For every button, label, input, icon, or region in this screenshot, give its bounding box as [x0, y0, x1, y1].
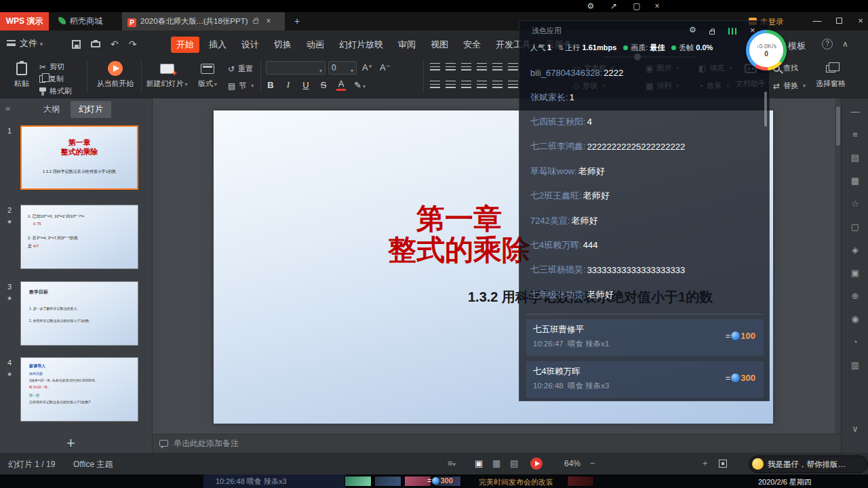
- app-logo[interactable]: WPS 演示: [0, 12, 49, 30]
- canvas-scrollbar[interactable]: [835, 98, 841, 434]
- tab-review[interactable]: 审阅: [393, 37, 421, 53]
- assistant-bubble[interactable]: 我是墨仔，帮你排版…: [749, 455, 868, 473]
- video-thumbnail[interactable]: [567, 476, 594, 487]
- tab-document[interactable]: P2020春北师大版...(共18张PPT)×: [122, 12, 285, 30]
- media-panel-icon[interactable]: ▣: [842, 268, 868, 278]
- copy-button[interactable]: 复制: [39, 74, 64, 84]
- design-panel-icon[interactable]: ◈: [842, 245, 868, 255]
- video-thumbnail[interactable]: [344, 476, 372, 487]
- history-panel-icon[interactable]: ◔: [842, 337, 868, 347]
- close-icon[interactable]: ×: [650, 1, 665, 12]
- slide-thumbnail-3[interactable]: 教学目标 1. 进一步了解科学记数法的意义。 2. 会用科学记数法表示绝对值小于…: [20, 281, 138, 346]
- file-menu-button[interactable]: 文件 ▾: [7, 37, 43, 49]
- line-spacing-icon[interactable]: [492, 63, 502, 70]
- fit-window-button[interactable]: [719, 460, 727, 470]
- add-panel-icon[interactable]: ⊕: [842, 291, 868, 301]
- align-center-icon[interactable]: [446, 81, 456, 88]
- help-icon[interactable]: ?: [822, 39, 833, 49]
- zoom-in-button[interactable]: +: [703, 458, 708, 468]
- new-slide-button[interactable]: 新建幻灯片▾: [145, 60, 189, 89]
- resize-handle-icon[interactable]: —: [842, 106, 868, 117]
- collapse-panel-icon[interactable]: «: [5, 103, 10, 113]
- grid-panel-icon[interactable]: ▦: [842, 176, 868, 186]
- justify-icon[interactable]: [477, 81, 487, 88]
- live-chat-overlay[interactable]: 浅色应用 ⚙ × 人气1 ⇅上行1.61mbps 画质:最佳 丢帧0.0% bi…: [519, 20, 770, 401]
- tab-outline[interactable]: 大纲: [35, 101, 68, 118]
- strikethrough-button[interactable]: S: [319, 80, 328, 90]
- frame-panel-icon[interactable]: ▢: [842, 222, 868, 232]
- tab-insert[interactable]: 插入: [203, 37, 232, 53]
- shrink-font-button[interactable]: A⁻: [380, 62, 391, 73]
- restore-window-button[interactable]: [829, 12, 849, 30]
- tab-animation[interactable]: 动画: [301, 37, 330, 53]
- font-family-select[interactable]: ▾: [266, 61, 326, 75]
- section-button[interactable]: ▤节▾: [228, 81, 254, 91]
- layout-button[interactable]: 版式▾: [191, 60, 224, 89]
- font-size-select[interactable]: 0▾: [328, 61, 357, 75]
- font-color-button[interactable]: A: [336, 79, 346, 91]
- print-icon[interactable]: [91, 41, 100, 47]
- new-tab-button[interactable]: +: [290, 15, 304, 28]
- format-painter-button[interactable]: 格式刷: [39, 86, 72, 96]
- reset-button[interactable]: ↺重置: [228, 64, 253, 74]
- video-thumbnail[interactable]: [374, 476, 401, 487]
- slide-sorter-button[interactable]: ▦: [492, 458, 500, 468]
- undo-icon[interactable]: ↶: [111, 39, 119, 49]
- save-icon[interactable]: [72, 40, 81, 49]
- slide-thumbnail-2[interactable]: 1. 已知10ᵐ=3, 10ⁿ=2 则10ᵐ⁻²ⁿ= 0.75 2. 若3ᵐ=4…: [20, 205, 138, 269]
- slideshow-play-button[interactable]: [530, 458, 542, 470]
- overlay-settings-icon[interactable]: ⚙: [689, 25, 696, 35]
- tab-store[interactable]: 稻壳商城: [49, 12, 102, 30]
- notes-bar[interactable]: 单击此处添加备注: [153, 434, 841, 453]
- theme-name[interactable]: Office 主题: [73, 459, 113, 470]
- reading-view-button[interactable]: ▤: [510, 458, 518, 468]
- columns-panel-icon[interactable]: ▥: [842, 360, 868, 370]
- maximize-icon[interactable]: ▢: [629, 1, 644, 12]
- text-direction-icon[interactable]: [508, 81, 518, 88]
- grow-font-button[interactable]: A⁺: [362, 62, 373, 73]
- gear-icon[interactable]: ⚙: [583, 1, 598, 12]
- tab-view[interactable]: 视图: [425, 37, 454, 53]
- chat-scrollbar[interactable]: [764, 92, 767, 127]
- tab-design[interactable]: 设计: [236, 37, 264, 53]
- add-slide-button[interactable]: +: [66, 434, 75, 452]
- align-right-icon[interactable]: [461, 81, 471, 88]
- zoom-out-button[interactable]: −: [590, 458, 595, 468]
- align-left-icon[interactable]: [430, 81, 440, 88]
- more-panel-icon[interactable]: ∨: [842, 424, 868, 434]
- bold-button[interactable]: B: [266, 80, 275, 90]
- italic-button[interactable]: I: [283, 79, 293, 90]
- notes-placeholder[interactable]: 单击此处添加备注: [174, 439, 239, 448]
- layout-panel-icon[interactable]: ▤: [842, 152, 868, 163]
- text-effects-button[interactable]: ✎▾: [354, 80, 366, 90]
- scrollbar-thumb[interactable]: [836, 106, 840, 146]
- selection-pane-button[interactable]: 选择窗格: [811, 60, 850, 89]
- chat-message-list[interactable]: bili_678043463282222 张斌家长1 七四班王秋阳4 七二班李鸿…: [530, 60, 760, 307]
- columns-icon[interactable]: [508, 63, 518, 70]
- replace-button[interactable]: ⇄替换▾: [773, 81, 806, 91]
- numbering-icon[interactable]: [446, 63, 456, 70]
- collapse-ribbon-icon[interactable]: ∧: [842, 39, 848, 49]
- notes-toggle-button[interactable]: ≡▾: [448, 458, 456, 468]
- tab-transitions[interactable]: 切换: [269, 37, 297, 53]
- popout-icon[interactable]: ↗: [606, 1, 621, 12]
- tab-home[interactable]: 开始: [171, 37, 199, 53]
- redo-icon[interactable]: ↷: [129, 39, 137, 49]
- play-from-current-button[interactable]: 从当前开始: [92, 60, 138, 89]
- distribute-icon[interactable]: [492, 81, 502, 88]
- properties-panel-icon[interactable]: ≡: [842, 129, 868, 140]
- paste-button[interactable]: 粘贴: [7, 60, 37, 89]
- normal-view-button[interactable]: ▣: [475, 458, 483, 468]
- cut-button[interactable]: ✂剪切: [39, 62, 64, 72]
- favorites-panel-icon[interactable]: ☆: [842, 199, 868, 209]
- close-tab-icon[interactable]: ×: [266, 16, 271, 26]
- minimize-window-button[interactable]: —: [807, 12, 827, 30]
- record-panel-icon[interactable]: ◉: [842, 314, 868, 324]
- tab-slides[interactable]: 幻灯片: [71, 101, 111, 118]
- outdent-icon[interactable]: [461, 63, 471, 70]
- tab-security[interactable]: 安全: [458, 37, 486, 53]
- close-window-button[interactable]: ×: [850, 12, 868, 30]
- tab-slideshow[interactable]: 幻灯片放映: [334, 37, 389, 53]
- overlay-lock-icon[interactable]: [709, 27, 715, 37]
- template-button[interactable]: 模板: [788, 40, 806, 52]
